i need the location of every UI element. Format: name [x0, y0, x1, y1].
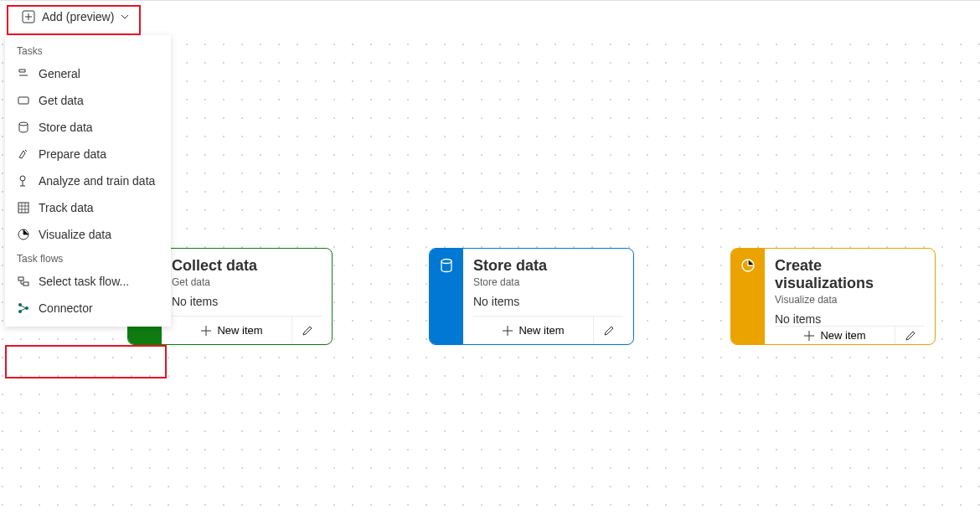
card-empty-text: No items — [775, 312, 925, 326]
new-item-label: New item — [217, 324, 262, 337]
track-data-icon — [17, 201, 30, 214]
store-data-icon — [17, 121, 30, 134]
connector-icon — [17, 301, 30, 315]
add-icon — [22, 10, 35, 23]
menu-item-track-data[interactable]: Track data — [5, 194, 171, 221]
menu-item-general[interactable]: General — [5, 60, 171, 87]
menu-item-label: Connector — [39, 301, 93, 315]
dropdown-section-tasks: Tasks — [5, 40, 171, 60]
add-label: Add (preview) — [42, 10, 114, 23]
card-footer: New item — [172, 316, 322, 344]
card-body: Create visualizations Visualize data No … — [765, 249, 935, 344]
card-footer: New item — [775, 326, 925, 344]
new-item-label: New item — [820, 329, 865, 342]
edit-button[interactable] — [895, 327, 925, 344]
svg-rect-4 — [18, 203, 28, 213]
menu-item-label: Store data — [39, 121, 93, 134]
card-store-data[interactable]: Store data Store data No items New item — [429, 248, 634, 345]
new-item-label: New item — [518, 324, 564, 337]
card-title: Collect data — [172, 257, 322, 275]
dropdown-section-flows: Task flows — [5, 248, 171, 268]
plus-icon — [200, 325, 212, 337]
new-item-button[interactable]: New item — [473, 317, 593, 344]
new-item-button[interactable]: New item — [775, 327, 895, 344]
plus-icon — [502, 325, 513, 337]
select-flow-icon — [17, 275, 30, 288]
chevron-down-icon — [121, 13, 129, 21]
pencil-icon — [302, 325, 313, 337]
menu-item-label: Prepare data — [39, 147, 106, 161]
menu-item-connector[interactable]: Connector — [5, 295, 171, 322]
menu-item-store-data[interactable]: Store data — [5, 114, 171, 141]
card-body: Collect data Get data No items New item — [162, 249, 332, 344]
menu-item-label: Select task flow... — [39, 275, 129, 288]
card-footer: New item — [473, 316, 623, 344]
menu-item-visualize-data[interactable]: Visualize data — [5, 221, 171, 248]
pencil-icon — [905, 330, 916, 342]
card-subtitle: Get data — [172, 276, 322, 288]
prepare-data-icon — [17, 147, 30, 161]
card-empty-text: No items — [172, 295, 322, 308]
edit-button[interactable] — [291, 317, 322, 344]
card-title: Store data — [473, 257, 623, 275]
menu-item-prepare-data[interactable]: Prepare data — [5, 141, 171, 167]
menu-item-get-data[interactable]: Get data — [5, 87, 171, 114]
svg-point-11 — [441, 260, 451, 264]
card-subtitle: Store data — [473, 276, 623, 288]
analyze-icon — [17, 174, 30, 188]
add-dropdown: Tasks General Get data Store data Prepar… — [5, 35, 171, 327]
card-title: Create visualizations — [775, 257, 925, 292]
plus-icon — [803, 330, 815, 342]
menu-item-label: Track data — [39, 201, 94, 214]
svg-point-2 — [19, 122, 28, 126]
svg-rect-1 — [18, 97, 28, 104]
card-create-visualizations[interactable]: Create visualizations Visualize data No … — [730, 248, 936, 345]
card-rail — [731, 249, 765, 344]
pencil-icon — [603, 325, 615, 337]
svg-point-3 — [20, 176, 25, 181]
card-body: Store data Store data No items New item — [463, 249, 633, 344]
menu-item-label: Get data — [39, 94, 84, 107]
menu-item-select-task-flow[interactable]: Select task flow... — [5, 268, 171, 295]
menu-item-label: Analyze and train data — [39, 174, 155, 188]
toolbar: Add (preview) — [0, 1, 980, 33]
menu-item-label: Visualize data — [39, 228, 111, 241]
menu-item-analyze-train[interactable]: Analyze and train data — [5, 167, 171, 194]
get-data-icon — [17, 94, 30, 107]
card-subtitle: Visualize data — [775, 294, 925, 306]
pie-chart-icon — [740, 257, 756, 274]
database-icon — [438, 257, 455, 274]
card-rail — [430, 249, 463, 344]
edit-button[interactable] — [593, 317, 623, 344]
svg-rect-6 — [18, 277, 23, 281]
svg-rect-7 — [23, 282, 28, 286]
add-preview-button[interactable]: Add (preview) — [13, 6, 137, 28]
card-empty-text: No items — [473, 295, 623, 308]
menu-item-label: General — [39, 67, 80, 80]
visualize-icon — [17, 228, 30, 241]
general-icon — [17, 67, 30, 80]
new-item-button[interactable]: New item — [172, 317, 291, 344]
